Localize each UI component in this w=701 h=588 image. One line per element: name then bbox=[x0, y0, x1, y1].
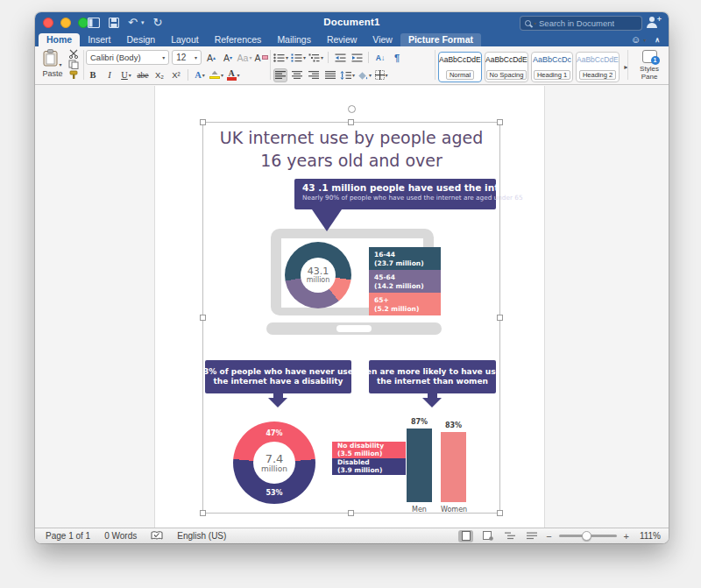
highlight-button[interactable]: ▾ bbox=[209, 68, 223, 82]
zoom-out-button[interactable]: − bbox=[546, 531, 551, 542]
word-count[interactable]: 0 Words bbox=[104, 531, 137, 541]
font-color-button[interactable]: A ▾ bbox=[226, 68, 240, 82]
italic-button[interactable]: I bbox=[103, 68, 117, 82]
donut2-legend: No disability (3.5 million) Disabled (3.… bbox=[332, 442, 406, 475]
tab-view[interactable]: View bbox=[365, 33, 400, 46]
borders-button[interactable]: ▾ bbox=[374, 68, 388, 82]
banner-pointer bbox=[312, 209, 342, 231]
copy-icon[interactable] bbox=[68, 60, 79, 69]
superscript-button[interactable]: X² bbox=[169, 68, 183, 82]
tab-layout[interactable]: Layout bbox=[163, 33, 207, 46]
align-center-button[interactable] bbox=[290, 68, 304, 82]
donut2: 47% 53% 7.4 million bbox=[233, 422, 315, 504]
selection-handle-ne[interactable] bbox=[497, 119, 503, 125]
tab-references[interactable]: References bbox=[207, 33, 270, 46]
clear-formatting-button[interactable]: A bbox=[254, 51, 268, 65]
strikethrough-button[interactable]: abe bbox=[136, 68, 150, 82]
justify-button[interactable] bbox=[323, 68, 337, 82]
align-left-button[interactable] bbox=[273, 68, 287, 82]
grow-font-button[interactable]: A▴ bbox=[204, 51, 218, 65]
ribbon: ▾ Paste bbox=[35, 46, 669, 85]
titlebar: ↶ ▾ ↻ Document1 ▾ Search in Document + bbox=[35, 12, 669, 33]
collapse-ribbon-icon[interactable]: ∧ bbox=[655, 36, 660, 44]
search-input[interactable]: ▾ Search in Document bbox=[520, 16, 642, 31]
word-window: ↶ ▾ ↻ Document1 ▾ Search in Document + H… bbox=[35, 12, 669, 543]
page-indicator[interactable]: Page 1 of 1 bbox=[46, 531, 90, 541]
style-no-spacing[interactable]: AaBbCcDdEe No Spacing bbox=[485, 52, 528, 82]
paste-label: Paste bbox=[40, 69, 65, 78]
web-layout-view-button[interactable] bbox=[480, 530, 495, 542]
bar bbox=[441, 432, 466, 503]
selection-handle-w[interactable] bbox=[200, 315, 206, 321]
font-name-select[interactable]: Calibri (Body) ▾ bbox=[86, 50, 169, 65]
tab-insert[interactable]: Insert bbox=[80, 33, 118, 46]
zoom-slider-knob[interactable] bbox=[582, 531, 591, 541]
share-button[interactable]: + bbox=[647, 17, 661, 28]
banner-gender: Men are more likely to have used the int… bbox=[369, 360, 496, 393]
selection-handle-n[interactable] bbox=[348, 119, 354, 125]
decrease-indent-button[interactable] bbox=[333, 51, 347, 65]
tab-picture-format[interactable]: Picture Format bbox=[400, 33, 481, 46]
document-area[interactable]: UK internet use by people aged 16 years … bbox=[35, 86, 669, 528]
shrink-font-icon: ▾ bbox=[230, 54, 232, 60]
bold-button[interactable]: B bbox=[86, 68, 100, 82]
zoom-in-button[interactable]: + bbox=[624, 531, 629, 542]
tab-design[interactable]: Design bbox=[118, 33, 163, 46]
proofing-status-icon[interactable] bbox=[151, 531, 163, 541]
feedback-smiley-icon[interactable]: ☺ bbox=[631, 34, 641, 46]
zoom-slider[interactable] bbox=[559, 535, 617, 537]
paste-icon bbox=[43, 49, 59, 67]
paste-button[interactable]: ▾ Paste bbox=[40, 49, 65, 78]
format-painter-icon[interactable] bbox=[68, 70, 79, 80]
donut1-legend: 16-44 (23.7 million) 45-64 (14.2 million… bbox=[369, 247, 441, 315]
zoom-level[interactable]: 111% bbox=[636, 531, 661, 541]
paste-dropdown-caret[interactable]: ▾ bbox=[59, 62, 61, 67]
tab-mailings[interactable]: Mailings bbox=[269, 33, 319, 46]
outline-view-button[interactable] bbox=[502, 530, 517, 542]
shading-button[interactable]: ▾ bbox=[358, 68, 372, 82]
gender-bar-chart: 87% Men 83% Women bbox=[407, 418, 466, 502]
align-right-button[interactable] bbox=[307, 68, 321, 82]
style-normal[interactable]: AaBbCcDdEe Normal bbox=[438, 52, 482, 82]
selection-handle-s[interactable] bbox=[348, 510, 354, 516]
font-size-select[interactable]: 12 ▾ bbox=[172, 50, 202, 65]
laptop-base bbox=[266, 322, 442, 335]
bullets-button[interactable]: ▾ bbox=[273, 51, 288, 65]
multilevel-list-button[interactable]: ▾ bbox=[308, 51, 323, 65]
tab-home[interactable]: Home bbox=[39, 33, 80, 46]
numbering-button[interactable]: ▾ bbox=[291, 51, 306, 65]
borders-grid-icon bbox=[375, 70, 385, 80]
change-case-button[interactable]: Aa▾ bbox=[237, 51, 251, 65]
align-right-icon bbox=[308, 71, 319, 79]
show-paragraph-marks-button[interactable]: ¶ bbox=[390, 51, 404, 65]
cut-icon[interactable] bbox=[68, 49, 79, 59]
style-heading-1[interactable]: AaBbCcDc Heading 1 bbox=[531, 52, 573, 82]
selection-handle-nw[interactable] bbox=[200, 119, 206, 125]
text-effects-button[interactable]: A▾ bbox=[193, 68, 207, 82]
font-name-caret: ▾ bbox=[162, 54, 165, 60]
selection-handle-se[interactable] bbox=[497, 510, 503, 516]
subscript-button[interactable]: X₂ bbox=[152, 68, 166, 82]
shrink-font-button[interactable]: A▾ bbox=[221, 51, 235, 65]
print-layout-view-button[interactable] bbox=[458, 530, 473, 542]
outline-view-icon bbox=[505, 532, 515, 540]
underline-button[interactable]: U▾ bbox=[119, 68, 133, 82]
tab-review[interactable]: Review bbox=[319, 33, 365, 46]
legend-item-no-disability: No disability (3.5 million) bbox=[332, 442, 406, 458]
bar-col-men: 87% Men bbox=[407, 418, 432, 502]
draft-view-button[interactable] bbox=[524, 530, 539, 542]
line-spacing-button[interactable]: ▾ bbox=[340, 68, 355, 82]
selection-handle-sw[interactable] bbox=[200, 510, 206, 516]
document-page[interactable]: UK internet use by people aged 16 years … bbox=[154, 86, 545, 528]
rotation-handle[interactable] bbox=[348, 105, 356, 113]
font-color-icon: A bbox=[227, 69, 237, 81]
font-name-value: Calibri (Body) bbox=[90, 53, 141, 62]
language-indicator[interactable]: English (US) bbox=[177, 531, 226, 541]
increase-indent-button[interactable] bbox=[350, 51, 364, 65]
styles-pane-button[interactable]: 1 Styles Pane bbox=[631, 46, 668, 84]
selection-handle-e[interactable] bbox=[497, 315, 503, 321]
style-heading-2[interactable]: AaBbCcDdEe Heading 2 bbox=[576, 52, 620, 82]
highlighter-icon bbox=[209, 71, 220, 80]
sort-button[interactable]: A↓ bbox=[373, 51, 387, 65]
feedback-caret: ▾ bbox=[643, 37, 646, 43]
